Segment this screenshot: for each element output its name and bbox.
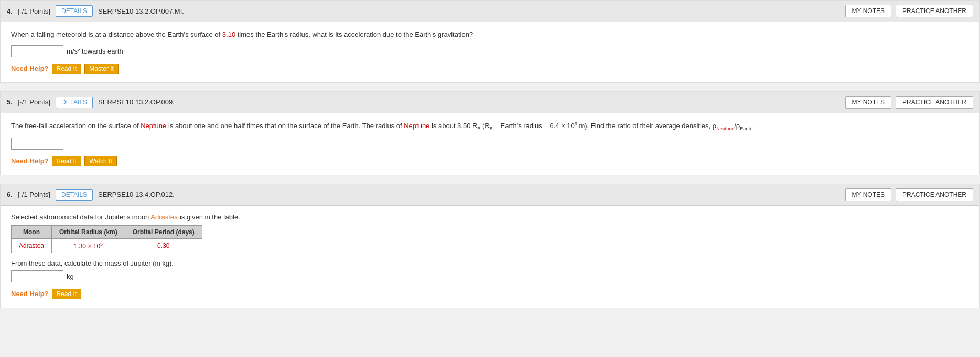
- question-5-number: 5.: [7, 98, 13, 106]
- question-4-header: 4. [-/1 Points] DETAILS SERPSE10 13.2.OP…: [1, 1, 979, 22]
- question-4-master-it-button[interactable]: Master It: [84, 64, 119, 74]
- table-cell-moon: Adrastea: [12, 238, 52, 253]
- question-5-sub-e-1: E: [477, 125, 480, 131]
- question-4-my-notes-button[interactable]: MY NOTES: [845, 5, 891, 17]
- question-4-body: When a falling meteoroid is at a distanc…: [1, 22, 979, 82]
- question-6-intro: Selected astronomical data for Jupiter's…: [11, 213, 969, 221]
- question-5-need-help-label: Need Help?: [11, 157, 49, 165]
- question-6-input-row: kg: [11, 270, 969, 282]
- question-5-watch-it-button[interactable]: Watch It: [84, 156, 117, 166]
- table-header-radius: Orbital Radius (km): [52, 225, 125, 238]
- table-header-moon: Moon: [12, 225, 52, 238]
- question-6-number: 6.: [7, 191, 13, 198]
- question-6-code: SERPSE10 13.4.OP.012.: [98, 191, 175, 198]
- question-5-text: The free-fall acceleration on the surfac…: [11, 121, 969, 132]
- question-6-intro-text2: is given in the table.: [178, 213, 240, 221]
- table-radius-exp: 5: [100, 242, 103, 247]
- table-cell-period: 0.30: [125, 238, 202, 253]
- question-5-read-it-button[interactable]: Read It: [52, 156, 82, 166]
- question-4: 4. [-/1 Points] DETAILS SERPSE10 13.2.OP…: [0, 0, 980, 83]
- question-5-neptune-1: Neptune: [141, 122, 166, 130]
- question-6-unit: kg: [67, 272, 74, 280]
- question-6-header-right: MY NOTES PRACTICE ANOTHER: [845, 188, 973, 201]
- question-6-read-it-button[interactable]: Read It: [52, 289, 82, 299]
- question-6-my-notes-button[interactable]: MY NOTES: [845, 188, 891, 201]
- table-cell-radius: 1.30 × 105: [52, 238, 125, 253]
- table-row: Adrastea 1.30 × 105 0.30: [12, 238, 202, 253]
- question-6-need-help-label: Need Help?: [11, 290, 49, 298]
- question-5-header-right: MY NOTES PRACTICE ANOTHER: [845, 96, 973, 109]
- question-6-practice-button[interactable]: PRACTICE ANOTHER: [896, 188, 973, 201]
- question-6-body: Selected astronomical data for Jupiter's…: [1, 206, 979, 308]
- question-5-header: 5. [-/1 Points] DETAILS SERPSE10 13.2.OP…: [1, 92, 979, 113]
- question-4-text-before: When a falling meteoroid is at a distanc…: [11, 30, 222, 38]
- question-5-practice-button[interactable]: PRACTICE ANOTHER: [896, 96, 973, 109]
- question-4-text: When a falling meteoroid is at a distanc…: [11, 29, 969, 40]
- question-4-number: 4.: [7, 7, 13, 15]
- question-6-table: Moon Orbital Radius (km) Orbital Period …: [11, 225, 202, 253]
- question-4-unit: m/s² towards earth: [67, 47, 123, 55]
- question-6-details-button[interactable]: DETAILS: [56, 189, 93, 201]
- question-5-sub-neptune: Neptune: [716, 125, 734, 131]
- table-header-period: Orbital Period (days): [125, 225, 202, 238]
- question-5-sub-earth: Earth: [740, 125, 751, 131]
- question-5-header-left: 5. [-/1 Points] DETAILS SERPSE10 13.2.OP…: [7, 97, 175, 108]
- question-4-answer-input[interactable]: [11, 45, 63, 57]
- question-4-input-row: m/s² towards earth: [11, 45, 969, 57]
- question-5-answer-input[interactable]: [11, 138, 63, 150]
- question-5: 5. [-/1 Points] DETAILS SERPSE10 13.2.OP…: [0, 91, 980, 175]
- question-6-header-left: 6. [-/1 Points] DETAILS SERPSE10 13.4.OP…: [7, 189, 175, 201]
- question-5-my-notes-button[interactable]: MY NOTES: [845, 96, 891, 109]
- question-6-need-help-row: Need Help? Read It: [11, 289, 969, 299]
- question-4-code: SERPSE10 13.2.OP.007.MI.: [98, 7, 184, 15]
- question-4-need-help-label: Need Help?: [11, 65, 49, 72]
- question-4-read-it-button[interactable]: Read It: [52, 64, 82, 74]
- question-4-header-right: MY NOTES PRACTICE ANOTHER: [845, 5, 973, 17]
- question-6-from-data: From these data, calculate the mass of J…: [11, 259, 969, 267]
- question-5-input-row: [11, 138, 969, 150]
- question-4-practice-button[interactable]: PRACTICE ANOTHER: [896, 5, 973, 17]
- question-6-moon-name: Adrastea: [150, 213, 178, 221]
- question-5-points: [-/1 Points]: [18, 98, 50, 106]
- question-6-intro-text: Selected astronomical data for Jupiter's…: [11, 213, 150, 221]
- question-5-sub-e-2: E: [490, 125, 493, 131]
- question-5-sup-6: 6: [575, 121, 577, 127]
- question-4-header-left: 4. [-/1 Points] DETAILS SERPSE10 13.2.OP…: [7, 5, 184, 17]
- question-6-points: [-/1 Points]: [18, 191, 50, 198]
- question-5-need-help-row: Need Help? Read It Watch It: [11, 156, 969, 166]
- question-5-neptune-2: Neptune: [404, 122, 429, 130]
- question-6-answer-input[interactable]: [11, 270, 63, 282]
- question-5-details-button[interactable]: DETAILS: [56, 97, 93, 108]
- question-5-code: SERPSE10 13.2.OP.009.: [98, 98, 175, 106]
- question-4-highlight: 3.10: [222, 30, 235, 38]
- question-4-need-help-row: Need Help? Read It Master It: [11, 64, 969, 74]
- question-5-body: The free-fall acceleration on the surfac…: [1, 113, 979, 175]
- question-6: 6. [-/1 Points] DETAILS SERPSE10 13.4.OP…: [0, 184, 980, 308]
- question-6-header: 6. [-/1 Points] DETAILS SERPSE10 13.4.OP…: [1, 184, 979, 206]
- question-4-text-after: times the Earth's radius, what is its ac…: [235, 30, 473, 38]
- question-4-details-button[interactable]: DETAILS: [56, 5, 93, 17]
- question-4-points: [-/1 Points]: [18, 7, 50, 15]
